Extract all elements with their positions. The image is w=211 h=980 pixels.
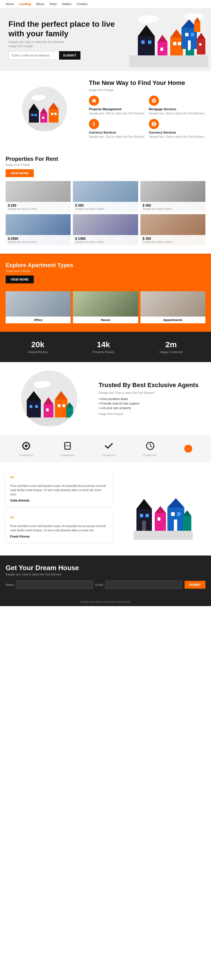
property-card-4[interactable]: $ 1450 Sample text click to select (73, 214, 138, 245)
property-desc-2: Sample text click to select (143, 207, 203, 210)
explore-section: Explore Apartment Types image from Freep… (0, 254, 211, 332)
nav-gallery[interactable]: Gallery (62, 2, 72, 6)
nav-home[interactable]: Home (6, 2, 14, 6)
companies-next-button[interactable]: › (184, 445, 192, 453)
service-mortgage: Mortgage Services Sample text. Click to … (149, 95, 205, 116)
svg-rect-49 (46, 409, 49, 411)
company-icon-0 (19, 441, 34, 453)
testimonial-card-0: “ Proin sed libero enim sed faucibus tur… (6, 471, 112, 507)
svg-rect-13 (173, 42, 176, 45)
apartment-card-appartments[interactable]: Appartments (141, 291, 205, 323)
hero-submit-button[interactable]: SUBMIT (59, 51, 80, 60)
svg-rect-26 (194, 22, 200, 32)
svg-point-1 (148, 16, 159, 22)
trusted-bullet-2: List your own property (99, 406, 206, 410)
new-way-title: The New Way to Find Your Home (89, 79, 205, 87)
trusted-bullet-0: Find excellent deals (99, 397, 206, 401)
svg-point-3 (193, 13, 203, 19)
svg-rect-70 (142, 521, 146, 531)
property-desc-0: Sample text click to select (8, 207, 68, 210)
navigation: Home Landing About Team Gallery Contact (0, 0, 211, 8)
dream-name-label: Name (6, 583, 14, 586)
property-card-1[interactable]: $ 550 Sample text click to select (73, 181, 138, 212)
property-card-5[interactable]: $ 150 Sample text click to select (141, 214, 205, 245)
property-desc-1: Sample text click to select (75, 207, 136, 210)
property-card-0[interactable]: $ 250 Sample text click to select (6, 181, 70, 212)
nav-about[interactable]: About (36, 2, 44, 6)
dream-email-input[interactable] (105, 581, 182, 589)
svg-rect-45 (30, 405, 32, 408)
svg-rect-50 (55, 399, 67, 418)
dream-email-label: Email (95, 583, 103, 586)
svg-rect-38 (51, 113, 53, 115)
property-overlay-2: $ 350 Sample text click to select (141, 202, 205, 212)
apartment-label-1: House (73, 317, 138, 323)
testimonial-author-0: Celia Almeda (10, 499, 108, 502)
testimonials-section: “ Proin sed libero enim sed faucibus tur… (0, 463, 211, 556)
svg-rect-21 (191, 33, 194, 36)
company-label-1: COMPANY (60, 454, 75, 457)
stat-number-0: 20k (29, 340, 48, 349)
company-icon-2 (102, 441, 116, 453)
properties-title: Properties For Rent (6, 156, 205, 162)
service-currency-1: Currency Services Sample text. Click to … (89, 119, 145, 139)
svg-rect-7 (148, 40, 151, 44)
svg-marker-34 (40, 108, 47, 113)
property-price-0: $ 250 (8, 204, 68, 207)
new-way-image-note: Image from Freepik (89, 89, 205, 92)
company-label-3: COMPANY (143, 454, 158, 457)
apartment-label-2: Appartments (141, 317, 205, 323)
companies-section: COMPANY COMPANY COMPANY COMPANY › (0, 435, 211, 463)
svg-rect-81 (134, 531, 193, 540)
svg-rect-52 (58, 404, 61, 407)
svg-marker-75 (168, 498, 184, 508)
svg-marker-24 (197, 33, 205, 39)
svg-rect-28 (129, 56, 208, 67)
apartment-card-office[interactable]: Office (6, 291, 70, 323)
svg-rect-23 (197, 39, 205, 54)
svg-marker-30 (29, 103, 39, 110)
property-overlay-0: $ 250 Sample text click to select (6, 202, 70, 212)
hero-email-input[interactable] (8, 51, 59, 60)
property-price-4: $ 1450 (75, 237, 136, 241)
svg-rect-25 (199, 43, 201, 46)
service-currency-2: Currency Services Sample text. Click to … (149, 119, 205, 139)
svg-rect-78 (174, 520, 177, 531)
svg-rect-76 (171, 512, 175, 516)
svg-rect-53 (62, 404, 65, 407)
properties-image-note: Image from Freepik (6, 163, 205, 166)
service-title-3: Currency Services (149, 131, 205, 134)
trusted-title: Trusted By Best Exclusive Agents (99, 382, 206, 389)
property-card-2[interactable]: $ 350 Sample text click to select (141, 181, 205, 212)
property-desc-4: Sample text click to select (75, 241, 136, 243)
nav-landing[interactable]: Landing (19, 2, 31, 6)
stat-label-1: Property Ready (93, 350, 114, 354)
currency-icon-1 (89, 119, 99, 129)
mortgage-icon (149, 95, 159, 106)
nav-contact[interactable]: Contact (77, 2, 88, 6)
quote-mark-1: “ (10, 515, 108, 522)
apartment-card-house[interactable]: House (73, 291, 138, 323)
services-grid: Property Management Sample text. Click t… (89, 95, 205, 139)
property-card-3[interactable]: $ 2500 Sample text click to select (6, 214, 70, 245)
svg-rect-58 (25, 417, 73, 425)
dream-submit-button[interactable]: SUBMIT (185, 581, 205, 589)
nav-team[interactable]: Team (49, 2, 57, 6)
svg-marker-12 (170, 29, 183, 38)
company-item-2: COMPANY (102, 441, 116, 457)
currency-icon-2 (149, 119, 159, 129)
company-icon-3 (143, 441, 158, 453)
svg-rect-54 (66, 407, 73, 418)
properties-view-more-button[interactable]: VIEW MORE (6, 169, 34, 177)
footer: Sample text. Click to select the Text El… (0, 597, 211, 606)
explore-view-more-button[interactable]: VIEW MORE (6, 275, 34, 283)
svg-rect-32 (35, 114, 37, 116)
property-overlay-5: $ 150 Sample text click to select (141, 235, 205, 245)
dream-name-input[interactable] (16, 581, 93, 589)
service-desc-1: Sample text. Click to select the Text El… (149, 111, 205, 116)
new-way-illustration (6, 79, 83, 138)
svg-rect-71 (155, 513, 166, 531)
stat-happy-customer: 2m Happy Customer (160, 340, 183, 354)
hero-form: SUBMIT (8, 51, 115, 60)
hero-title: Find the perfect place to live with your… (8, 19, 115, 38)
